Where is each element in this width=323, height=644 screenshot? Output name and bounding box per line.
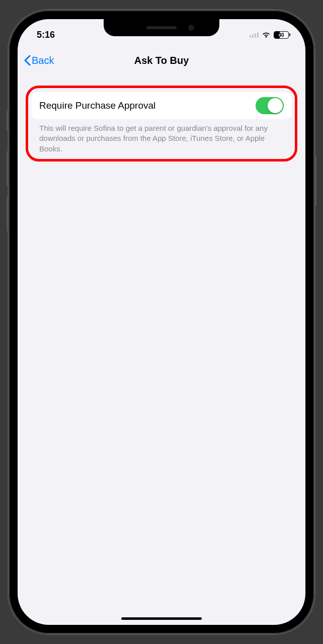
phone-frame: 5:16 40 bbox=[9, 10, 314, 634]
highlight-annotation: Require Purchase Approval This will requ… bbox=[26, 86, 297, 162]
screen: 5:16 40 bbox=[18, 19, 305, 625]
front-camera bbox=[188, 25, 194, 31]
power-button bbox=[314, 156, 316, 206]
battery-percent: 40 bbox=[278, 32, 284, 38]
setting-label: Require Purchase Approval bbox=[39, 100, 155, 111]
toggle-knob bbox=[268, 98, 283, 113]
home-indicator[interactable] bbox=[121, 617, 202, 620]
back-button[interactable]: Back bbox=[24, 55, 54, 66]
wifi-icon bbox=[262, 31, 271, 38]
back-label: Back bbox=[32, 55, 54, 66]
require-purchase-approval-toggle[interactable] bbox=[256, 97, 284, 114]
notch bbox=[104, 19, 219, 36]
setting-description: This will require Sofina to get a parent… bbox=[31, 119, 292, 154]
chevron-left-icon bbox=[24, 55, 31, 66]
battery-icon: 40 bbox=[274, 31, 290, 39]
status-time: 5:16 bbox=[37, 30, 97, 40]
volume-down-button bbox=[7, 196, 9, 231]
speaker-grill bbox=[146, 26, 177, 29]
silence-switch bbox=[7, 111, 9, 131]
volume-up-button bbox=[7, 151, 9, 186]
cellular-signal-icon bbox=[250, 32, 259, 38]
navigation-bar: Back Ask To Buy bbox=[18, 47, 305, 73]
content-area: Require Purchase Approval This will requ… bbox=[18, 73, 305, 162]
require-purchase-approval-row[interactable]: Require Purchase Approval bbox=[31, 92, 292, 119]
page-title: Ask To Buy bbox=[134, 55, 189, 66]
